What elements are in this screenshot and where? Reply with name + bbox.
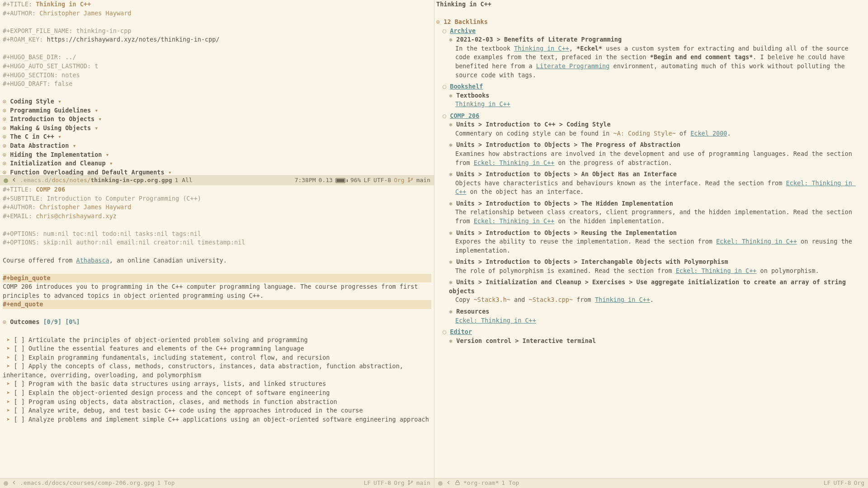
svg-point-0 (408, 178, 410, 179)
svg-point-3 (408, 480, 410, 482)
org-heading[interactable]: Hiding the Implementation (10, 151, 102, 158)
org-heading[interactable]: Introduction to Objects (10, 115, 94, 122)
git-branch-icon (407, 479, 414, 488)
buffer-comp-206[interactable]: #+TITLE: COMP 206#+SUBTITLE: Introductio… (0, 185, 434, 478)
svg-point-1 (408, 181, 410, 182)
buffer-org-roam[interactable]: Thinking in C++ ⊙ 12 Backlinks○ Archive✱… (434, 0, 868, 478)
backlink-node[interactable]: COMP 206 (450, 112, 479, 119)
modified-indicator (4, 178, 8, 183)
modeline-thinking: .emacs.d/docs/notes/thinking-in-cpp.org.… (0, 175, 434, 185)
org-heading[interactable]: The C in C++ (10, 133, 54, 140)
modified-indicator (4, 481, 8, 486)
org-heading[interactable]: Making & Using Objects (10, 124, 91, 131)
athabasca-link[interactable]: Athabasca (76, 257, 109, 264)
svg-point-5 (411, 481, 413, 482)
modeline-comp206: .emacs.d/docs/courses/comp-206.org.gpg 1… (0, 478, 434, 488)
back-arrow-icon[interactable] (11, 479, 17, 488)
lock-icon (454, 479, 461, 488)
backlink-node[interactable]: Archive (450, 27, 476, 34)
back-arrow-icon[interactable] (445, 479, 452, 488)
org-heading[interactable]: Data Abstraction (10, 142, 69, 149)
backlink-node[interactable]: Bookshelf (450, 83, 483, 90)
back-arrow-icon[interactable] (11, 176, 17, 185)
buffer-thinking-in-cpp[interactable]: #+TITLE: Thinking in C++#+AUTHOR: Christ… (0, 0, 434, 175)
backlink-node[interactable]: Editor (450, 328, 472, 335)
org-heading[interactable]: Initialization and Cleanup (10, 160, 105, 167)
modified-indicator (438, 481, 443, 486)
org-heading[interactable]: Coding Style (10, 98, 54, 105)
git-branch-icon (407, 176, 414, 185)
svg-rect-6 (456, 482, 459, 484)
org-heading[interactable]: Function Overloading and Default Argumen… (10, 169, 164, 175)
svg-point-2 (411, 178, 413, 179)
org-heading[interactable]: Programming Guidelines (10, 107, 91, 114)
modeline-org-roam: *org-roam* 1 Top LF UTF-8 Org (434, 478, 868, 488)
battery-icon (335, 178, 348, 183)
svg-point-4 (408, 483, 410, 485)
